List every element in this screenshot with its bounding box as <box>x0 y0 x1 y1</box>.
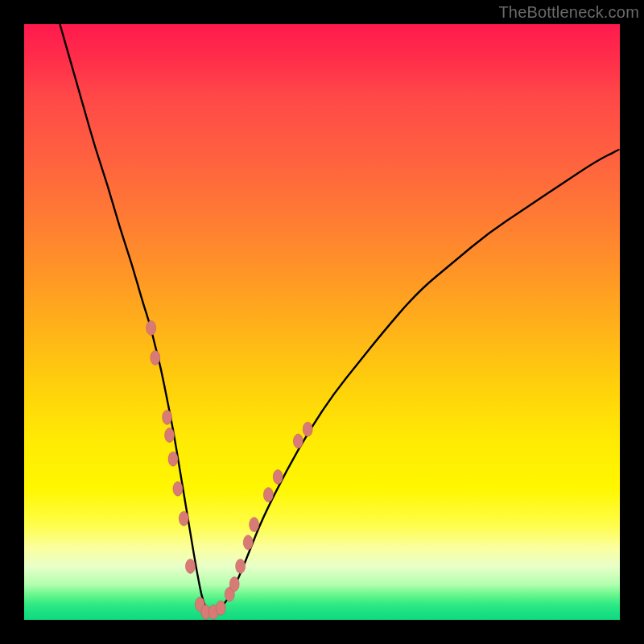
data-marker <box>185 559 195 573</box>
curve-line <box>60 24 620 613</box>
data-marker <box>168 452 178 466</box>
data-marker <box>303 422 312 436</box>
data-marker <box>229 577 239 592</box>
data-marker <box>236 559 246 573</box>
chart-frame: TheBottleneck.com <box>0 0 644 644</box>
data-marker <box>165 428 175 443</box>
plot-area <box>24 24 620 620</box>
data-marker <box>151 350 160 365</box>
data-marker <box>263 488 273 502</box>
data-marker <box>173 481 183 496</box>
curve-path <box>60 24 620 613</box>
data-marker <box>179 511 188 526</box>
data-marker <box>243 535 253 550</box>
data-marker <box>273 469 283 484</box>
data-marker <box>293 434 303 448</box>
data-marker <box>216 601 225 615</box>
data-marker <box>250 518 259 532</box>
data-marker <box>147 320 156 335</box>
chart-svg <box>24 24 620 620</box>
watermark-text: TheBottleneck.com <box>498 3 639 22</box>
data-marker <box>163 410 172 424</box>
